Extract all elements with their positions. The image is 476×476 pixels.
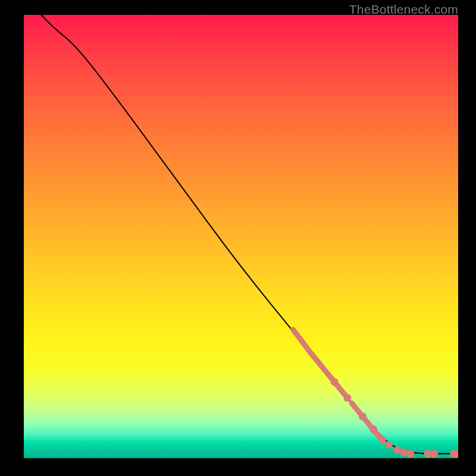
curve-svg: [24, 15, 458, 458]
highlight-segment: [337, 384, 346, 395]
highlight-dot: [430, 450, 438, 458]
highlight-dot: [369, 425, 377, 433]
highlight-segment: [365, 419, 371, 427]
highlight-dot: [385, 441, 393, 449]
highlight-segment: [352, 403, 361, 414]
highlight-dot: [400, 449, 408, 456]
highlight-segment: [293, 330, 311, 353]
highlight-dot: [343, 394, 351, 402]
highlight-dot: [406, 450, 414, 458]
highlight-dot: [359, 412, 367, 420]
highlight-dot: [378, 436, 386, 443]
highlight-dot: [330, 378, 338, 386]
plot-area: [24, 15, 458, 458]
highlight-segment: [311, 353, 333, 380]
watermark-text: TheBottleneck.com: [349, 2, 458, 17]
main-curve: [41, 15, 458, 454]
chart-frame: TheBottleneck.com: [0, 0, 476, 476]
